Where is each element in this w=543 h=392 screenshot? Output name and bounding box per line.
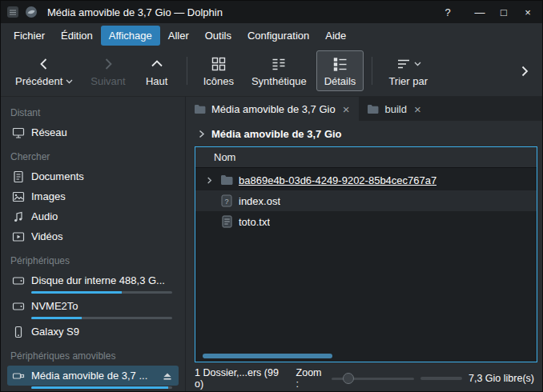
main-content: Média amovible de 3,7 Gio × build × Médi…	[185, 97, 542, 391]
chevron-right-icon	[197, 130, 206, 138]
zoom-label: Zoom :	[296, 367, 325, 390]
menu-edition[interactable]: Édition	[53, 26, 101, 46]
zoom-slider-handle[interactable]	[343, 373, 354, 384]
file-row-folder[interactable]: ba869e4b-03d6-4249-9202-85b4cec767a7	[195, 170, 537, 190]
compact-view-icon	[271, 54, 287, 74]
tab-build[interactable]: build ×	[359, 97, 430, 121]
sidebar-item-label: Galaxy S9	[31, 326, 174, 338]
sidebar-item-label: Réseau	[31, 126, 174, 138]
places-panel: Distant Réseau Chercher Documents Images	[1, 97, 185, 391]
document-icon	[12, 170, 25, 183]
window-body: Distant Réseau Chercher Documents Images	[1, 97, 542, 391]
toolbar-separator	[187, 57, 187, 85]
folder-icon	[220, 174, 233, 186]
expand-icon[interactable]	[203, 177, 215, 184]
menu-aller[interactable]: Aller	[160, 26, 197, 46]
close-button[interactable]: ×	[518, 3, 537, 21]
file-row-toto-txt[interactable]: toto.txt	[195, 211, 537, 232]
toolbar-overflow-button[interactable]	[513, 58, 536, 84]
tab-close-icon[interactable]: ×	[341, 103, 352, 115]
section-header-peripheriques: Périphériques	[10, 255, 175, 266]
usb-drive-icon	[12, 370, 25, 382]
dolphin-app-icon	[24, 6, 38, 19]
menu-configuration[interactable]: Configuration	[239, 26, 317, 46]
zoom-slider[interactable]	[332, 371, 415, 386]
section-header-distant: Distant	[10, 107, 175, 118]
eject-icon[interactable]	[161, 370, 174, 382]
sidebar-item-label: Disque dur interne 488,3 G...	[31, 274, 174, 286]
section-header-chercher: Chercher	[10, 151, 175, 162]
chevron-right-icon	[100, 54, 116, 74]
sidebar-item-media-amovible[interactable]: Média amovible de 3,7 ...	[7, 366, 179, 386]
breadcrumb[interactable]: Média amovible de 3,7 Gio	[186, 121, 542, 146]
sidebar-item-nvme2to[interactable]: NVME2To	[7, 296, 179, 316]
sidebar-item-videos[interactable]: Vidéos	[7, 226, 179, 246]
tab-label: Média amovible de 3,7 Gio	[211, 103, 336, 115]
phone-icon	[12, 326, 25, 338]
icons-view-icon	[211, 54, 227, 74]
horizontal-scrollbar[interactable]	[203, 354, 332, 358]
tab-bar: Média amovible de 3,7 Gio × build ×	[186, 97, 542, 121]
folder-icon	[194, 104, 206, 114]
menu-outils[interactable]: Outils	[197, 26, 239, 46]
menu-affichage[interactable]: Affichage	[101, 26, 160, 46]
file-rows: ba869e4b-03d6-4249-9202-85b4cec767a7 ? i…	[195, 168, 537, 362]
caret-down-icon	[66, 79, 73, 84]
forward-button[interactable]: Suivant	[82, 50, 133, 91]
sort-by-button[interactable]: Trier par	[380, 50, 436, 91]
sidebar-item-images[interactable]: Images	[7, 186, 179, 206]
hard-drive-icon	[12, 300, 25, 313]
up-button[interactable]: Haut	[135, 50, 179, 91]
file-name[interactable]: index.ost	[239, 195, 280, 207]
free-space-bar	[420, 377, 462, 380]
chevron-left-icon	[36, 54, 52, 74]
minimize-button[interactable]: —	[470, 3, 489, 21]
sidebar-item-audio[interactable]: Audio	[7, 206, 179, 226]
sort-by-label: Trier par	[388, 75, 428, 87]
details-view-label: Détails	[324, 75, 356, 87]
status-bar: 1 Dossier,...ers (99 o) Zoom : 7,3 Gio l…	[186, 366, 542, 391]
sidebar-item-disque-dur-interne[interactable]: Disque dur interne 488,3 G...	[7, 270, 179, 290]
video-icon	[12, 230, 25, 243]
up-label: Haut	[146, 75, 167, 87]
tab-label: build	[384, 103, 406, 115]
menu-aide[interactable]: Aide	[317, 26, 354, 46]
tab-close-icon[interactable]: ×	[412, 103, 423, 115]
tab-media-amovible[interactable]: Média amovible de 3,7 Gio ×	[186, 97, 359, 121]
back-button[interactable]: Précédent	[7, 50, 81, 91]
sidebar-item-label: Audio	[31, 210, 174, 222]
file-row-index-ost[interactable]: ? index.ost	[195, 190, 537, 211]
app-menu-icon[interactable]	[6, 6, 19, 19]
sidebar-item-reseau[interactable]: Réseau	[7, 122, 179, 142]
breadcrumb-current[interactable]: Média amovible de 3,7 Gio	[211, 128, 342, 140]
window-title: Média amovible de 3,7 Gio — Dolphin	[47, 6, 223, 18]
icons-view-button[interactable]: Icônes	[195, 50, 242, 91]
hard-drive-icon	[12, 274, 25, 287]
back-label: Précédent	[15, 75, 62, 87]
compact-view-button[interactable]: Synthétique	[243, 50, 315, 91]
titlebar: Média amovible de 3,7 Gio — Dolphin ? — …	[1, 1, 542, 23]
sidebar-item-label: Média amovible de 3,7 ...	[31, 370, 155, 382]
sidebar-item-documents[interactable]: Documents	[7, 166, 179, 186]
icons-view-label: Icônes	[203, 75, 234, 87]
details-view-button[interactable]: Détails	[316, 50, 364, 91]
unknown-file-icon: ?	[220, 194, 233, 207]
compact-view-label: Synthétique	[251, 75, 307, 87]
file-name[interactable]: ba869e4b-03d6-4249-9202-85b4cec767a7	[239, 174, 436, 186]
sidebar-item-galaxy-s9[interactable]: Galaxy S9	[7, 322, 179, 342]
help-button[interactable]: ?	[438, 3, 457, 21]
forward-label: Suivant	[90, 75, 125, 87]
text-file-icon	[220, 215, 233, 228]
maximize-button[interactable]: □	[494, 3, 513, 21]
network-icon	[12, 126, 25, 139]
menu-fichier[interactable]: Fichier	[6, 26, 53, 46]
image-icon	[12, 190, 25, 203]
column-header-nom[interactable]: Nom	[195, 147, 537, 168]
caret-down-icon	[414, 62, 421, 66]
svg-text:?: ?	[224, 198, 228, 206]
section-header-peripheriques-amovibles: Périphériques amovibles	[10, 350, 175, 362]
disk-usage-bar	[31, 291, 172, 294]
column-header-label: Nom	[214, 151, 235, 163]
file-name[interactable]: toto.txt	[239, 216, 270, 228]
chevron-right-icon	[518, 65, 531, 78]
